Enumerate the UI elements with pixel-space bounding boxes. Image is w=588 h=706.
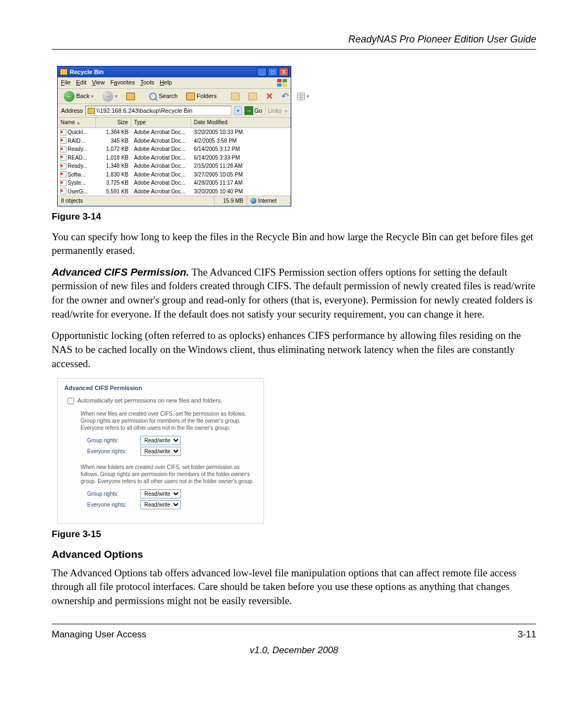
move-to-button[interactable] — [228, 92, 242, 101]
folder-permission-text: When new folders are created over CIFS, … — [81, 464, 257, 485]
up-folder-icon — [126, 93, 135, 100]
window-titlebar[interactable]: Recycle Bin _ □ X — [58, 66, 291, 77]
file-permission-block: When new files are created over CIFS, se… — [81, 410, 257, 456]
advanced-options-heading: Advanced Options — [52, 547, 536, 562]
copy-icon — [248, 93, 257, 100]
menu-view[interactable]: View — [92, 78, 105, 87]
views-dropdown-icon[interactable]: ▾ — [307, 93, 309, 100]
links-chevron-icon[interactable]: » — [284, 107, 287, 115]
maximize-button[interactable]: □ — [268, 68, 278, 76]
links-label[interactable]: Links — [265, 107, 282, 115]
search-button[interactable]: Search — [146, 91, 180, 101]
list-header[interactable]: Name Size Type Date Modified — [58, 118, 291, 128]
col-size-header[interactable]: Size — [96, 118, 131, 127]
file-icon — [60, 137, 66, 144]
address-input[interactable]: \\192.168.6.243\backup\Recycle Bin — [85, 106, 231, 115]
status-objects: 8 objects — [58, 196, 215, 206]
table-row[interactable]: Softw...1,830 KBAdobe Acrobat Doc...3/27… — [58, 171, 291, 179]
file-list: Name Size Type Date Modified QuickI...1,… — [58, 118, 291, 196]
delete-icon: ✕ — [266, 90, 273, 102]
svg-rect-2 — [277, 83, 281, 87]
table-row[interactable]: Ready...1,072 KBAdobe Acrobat Doc...6/14… — [58, 145, 291, 154]
windows-logo-icon — [277, 78, 287, 87]
cifs-panel-title: Advanced CIFS Permission — [64, 384, 257, 392]
file-icon — [60, 154, 66, 161]
table-row[interactable]: UserG...5,591 KBAdobe Acrobat Doc...3/20… — [58, 187, 291, 196]
folder-group-rights-select[interactable]: Read/write — [140, 489, 181, 498]
file-group-rights-label: Group rights: — [87, 437, 136, 445]
file-group-rights-select[interactable]: Read/write — [140, 436, 181, 445]
file-permission-text: When new files are created over CIFS, se… — [81, 410, 257, 431]
table-row[interactable]: RAID...345 KBAdobe Acrobat Doc...4/2/200… — [58, 137, 291, 145]
file-everyone-rights-select[interactable]: Read/write — [140, 447, 181, 456]
status-bar: 8 objects 15.9 MB Internet — [58, 196, 291, 206]
folder-everyone-rights-select[interactable]: Read/write — [140, 500, 181, 509]
file-icon — [60, 146, 66, 153]
status-zone: Internet — [247, 196, 291, 206]
undo-button[interactable]: ↶ — [279, 89, 291, 104]
footer-rule — [52, 624, 536, 624]
file-icon — [60, 171, 66, 178]
menu-favorites[interactable]: Favorites — [110, 78, 134, 87]
address-dropdown-button[interactable]: ▾ — [234, 106, 242, 115]
file-everyone-rights-label: Everyone rights: — [87, 448, 136, 455]
folder-group-rights-label: Group rights: — [87, 490, 136, 498]
file-icon — [60, 180, 66, 186]
back-icon: ← — [64, 91, 75, 102]
forward-icon: → — [102, 91, 113, 102]
col-name-header[interactable]: Name — [58, 118, 96, 127]
go-icon: → — [244, 106, 253, 115]
move-icon — [231, 93, 240, 100]
status-zone-label: Internet — [258, 197, 277, 205]
views-button[interactable]: ▾ — [295, 92, 312, 101]
folders-button[interactable]: Folders — [183, 91, 219, 101]
search-icon — [149, 93, 157, 100]
address-label: Address — [61, 107, 83, 115]
status-size: 15.9 MB — [215, 196, 247, 206]
window-title: Recycle Bin — [70, 68, 257, 76]
forward-button[interactable]: → ▾ — [100, 90, 120, 103]
internet-zone-icon — [250, 198, 256, 204]
toolbar: ← Back ▾ → ▾ Search Folders ✕ ↶ ▾ — [58, 89, 291, 104]
file-icon — [60, 188, 66, 194]
col-type-header[interactable]: Type — [131, 118, 191, 127]
back-button[interactable]: ← Back ▾ — [61, 90, 96, 103]
minimize-button[interactable]: _ — [257, 68, 267, 76]
close-button[interactable]: X — [279, 68, 289, 76]
col-date-header[interactable]: Date Modified — [191, 118, 291, 127]
table-row[interactable]: Ready...1,348 KBAdobe Acrobat Doc...2/15… — [58, 162, 291, 171]
menu-help[interactable]: Help — [160, 78, 172, 87]
menu-file[interactable]: File — [61, 78, 71, 87]
table-row[interactable]: READ...1,018 KBAdobe Acrobat Doc...6/14/… — [58, 154, 291, 162]
table-row[interactable]: QuickI...1,384 KBAdobe Acrobat Doc...3/2… — [58, 128, 291, 137]
copy-to-button[interactable] — [246, 92, 260, 101]
recycle-bin-window: Recycle Bin _ □ X File Edit View Favorit… — [57, 66, 291, 206]
go-button[interactable]: → Go — [244, 106, 262, 115]
folder-everyone-rights-label: Everyone rights: — [87, 501, 136, 509]
undo-icon: ↶ — [281, 90, 289, 102]
back-label: Back — [76, 92, 89, 100]
header-rule — [52, 49, 536, 50]
menu-edit[interactable]: Edit — [76, 78, 87, 87]
folder-icon — [60, 69, 68, 75]
delete-button[interactable]: ✕ — [263, 89, 275, 104]
auto-permissions-checkbox[interactable] — [68, 398, 74, 404]
views-icon — [297, 93, 305, 100]
menu-bar: File Edit View Favorites Tools Help — [58, 77, 291, 89]
file-icon — [60, 163, 66, 169]
menu-tools[interactable]: Tools — [140, 78, 155, 87]
footer-right: 3-11 — [518, 629, 536, 641]
figure-3-15-caption: Figure 3-15 — [52, 528, 536, 541]
forward-dropdown-icon[interactable]: ▾ — [115, 93, 118, 100]
folders-icon — [186, 93, 195, 100]
table-row[interactable]: Syste...3,725 KBAdobe Acrobat Doc...4/28… — [58, 179, 291, 187]
back-dropdown-icon[interactable]: ▾ — [91, 93, 94, 100]
up-button[interactable] — [124, 92, 138, 101]
folders-label: Folders — [197, 92, 217, 100]
address-value: \\192.168.6.243\backup\Recycle Bin — [96, 107, 192, 115]
paragraph-cifs-inline: Advanced CIFS Permission. The Advanced C… — [52, 265, 536, 321]
advanced-cifs-panel: Advanced CIFS Permission Automatically s… — [57, 378, 264, 524]
svg-rect-0 — [277, 79, 281, 82]
paragraph-advanced-options: The Advanced Options tab offers advanced… — [52, 566, 536, 608]
go-label: Go — [254, 107, 262, 115]
